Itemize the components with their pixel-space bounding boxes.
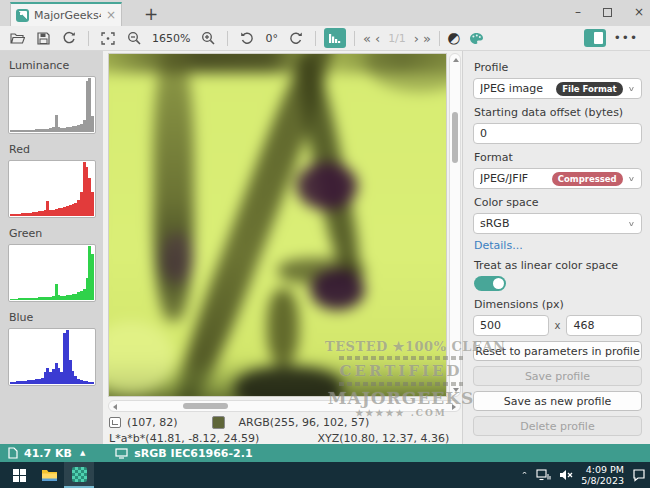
- save-as-new-profile-button[interactable]: Save as new profile: [473, 391, 642, 411]
- scroll-down-icon[interactable]: [453, 388, 459, 392]
- palette-button[interactable]: [465, 28, 487, 48]
- profile-dropdown[interactable]: JPEG image File Format ∨: [473, 78, 642, 99]
- side-panel-toggle-button[interactable]: [584, 29, 606, 47]
- next-page-button[interactable]: ›: [414, 31, 419, 46]
- tray-expand-icon[interactable]: ⌃: [521, 471, 529, 479]
- profile-value: JPEG image: [480, 82, 551, 95]
- start-button[interactable]: [4, 462, 34, 488]
- cursor-position-value: (107, 82): [127, 416, 178, 429]
- rotation-value[interactable]: 0°: [262, 32, 281, 45]
- save-profile-button[interactable]: Save profile: [473, 366, 642, 386]
- page-indicator: 1/1: [384, 32, 410, 45]
- offset-input[interactable]: 0: [473, 123, 642, 144]
- histogram-chart-luminance: [8, 76, 96, 134]
- zoom-in-button[interactable]: [197, 28, 219, 48]
- chevron-down-icon: ∨: [628, 85, 635, 93]
- format-dropdown[interactable]: JPEG/JFIF Compressed ∨: [473, 168, 642, 189]
- volume-muted-icon[interactable]: [559, 469, 573, 481]
- scroll-up-icon[interactable]: [453, 58, 459, 62]
- colorspace-value: sRGB: [480, 217, 623, 230]
- offset-value: 0: [480, 127, 635, 140]
- cursor-position-icon: [109, 417, 121, 428]
- reset-to-profile-button[interactable]: Reset to parameters in profile: [473, 341, 642, 361]
- minimize-button[interactable]: –: [575, 5, 581, 19]
- dimensions-label: Dimensions (px): [474, 298, 642, 311]
- height-value: 468: [573, 319, 635, 332]
- fit-to-window-button[interactable]: [97, 28, 119, 48]
- horizontal-scrollbar[interactable]: [108, 400, 461, 412]
- last-page-button[interactable]: »: [423, 31, 431, 46]
- format-label: Format: [474, 151, 642, 164]
- chevron-down-icon: ∨: [628, 175, 635, 183]
- taskbar-clock[interactable]: 4:09 PM 5/8/2023: [581, 464, 624, 486]
- reload-button[interactable]: [58, 28, 80, 48]
- save-button[interactable]: [32, 28, 54, 48]
- colorspace-dropdown[interactable]: sRGB ∨: [473, 213, 642, 234]
- dimension-separator: x: [555, 320, 561, 331]
- histogram-sidebar: Luminance Red Green Blue: [0, 51, 103, 444]
- toolbar-separator: [315, 31, 316, 46]
- scroll-right-icon[interactable]: [452, 404, 456, 410]
- chevron-down-icon: ∨: [628, 220, 635, 228]
- image-viewer-app-button[interactable]: [64, 462, 94, 488]
- network-icon[interactable]: [536, 469, 551, 481]
- histogram-chart-blue: [8, 328, 96, 386]
- linear-colorspace-label: Treat as linear color space: [474, 259, 642, 272]
- width-input[interactable]: 500: [473, 315, 549, 336]
- close-button[interactable]: ×: [634, 5, 644, 19]
- open-file-button[interactable]: [6, 28, 28, 48]
- vertical-scroll-thumb[interactable]: [452, 112, 458, 163]
- app-status-bar: 41.7 KB ▲ sRGB IEC61966-2.1: [0, 444, 650, 462]
- toolbar-separator: [354, 31, 355, 46]
- compressed-badge: Compressed: [552, 172, 623, 186]
- first-page-button[interactable]: «: [363, 31, 371, 46]
- details-link[interactable]: Details...: [474, 239, 642, 252]
- histogram-chart-red: [8, 160, 96, 218]
- rotate-cw-button[interactable]: [285, 28, 307, 48]
- zoom-out-button[interactable]: [123, 28, 145, 48]
- histogram-label-green: Green: [9, 227, 103, 240]
- monitor-icon: [115, 448, 128, 459]
- contrast-button[interactable]: ◐: [444, 27, 466, 49]
- histogram-chart-green: [8, 244, 96, 302]
- format-value: JPEG/JFIF: [480, 172, 547, 185]
- width-value: 500: [480, 319, 542, 332]
- height-input[interactable]: 468: [566, 315, 642, 336]
- maximize-button[interactable]: [603, 8, 612, 17]
- histogram-label-luminance: Luminance: [9, 59, 103, 72]
- toolbar-separator: [439, 31, 440, 46]
- more-options-button[interactable]: •••: [614, 31, 638, 45]
- new-tab-button[interactable]: +: [144, 4, 158, 24]
- clock-time: 4:09 PM: [581, 464, 624, 475]
- image-canvas: (107, 82) ARGB(255, 96, 102, 57) L*a*b*(…: [103, 51, 462, 444]
- image-viewport[interactable]: [108, 53, 447, 397]
- file-format-badge: File Format: [556, 82, 623, 96]
- file-size-value[interactable]: 41.7 KB: [24, 447, 72, 460]
- rotate-ccw-button[interactable]: [236, 28, 258, 48]
- display-profile-value[interactable]: sRGB IEC61966-2.1: [134, 447, 252, 460]
- histogram-label-blue: Blue: [9, 311, 103, 324]
- properties-panel: Profile JPEG image File Format ∨ Startin…: [462, 51, 650, 444]
- previous-page-button[interactable]: ‹: [375, 31, 380, 46]
- pixel-color-swatch: [212, 416, 225, 429]
- action-center-icon[interactable]: [632, 469, 646, 482]
- app-icon: [72, 467, 87, 482]
- panel-icon: [594, 32, 603, 44]
- offset-label: Starting data offset (bytes): [474, 106, 642, 119]
- delete-profile-button[interactable]: Delete profile: [473, 416, 642, 436]
- expand-caret-icon[interactable]: ▲: [80, 449, 85, 457]
- linear-colorspace-toggle[interactable]: [474, 276, 506, 291]
- histogram-toggle-button[interactable]: [324, 28, 346, 48]
- zoom-level-value[interactable]: 1650%: [149, 32, 193, 45]
- image-file-icon: [16, 9, 29, 22]
- horizontal-scroll-thumb[interactable]: [183, 403, 229, 409]
- file-icon: [8, 447, 18, 459]
- windows-logo-icon: [13, 469, 26, 482]
- vertical-scrollbar[interactable]: [449, 53, 461, 397]
- tab-majorgeeks4[interactable]: MajorGeeks4.jpg ×: [10, 2, 122, 26]
- file-explorer-button[interactable]: [34, 462, 64, 488]
- pixel-info-row: (107, 82) ARGB(255, 96, 102, 57): [109, 416, 369, 429]
- tab-close-icon[interactable]: ×: [106, 8, 116, 22]
- tab-label: MajorGeeks4.jpg: [34, 9, 101, 22]
- scroll-left-icon[interactable]: [113, 404, 117, 410]
